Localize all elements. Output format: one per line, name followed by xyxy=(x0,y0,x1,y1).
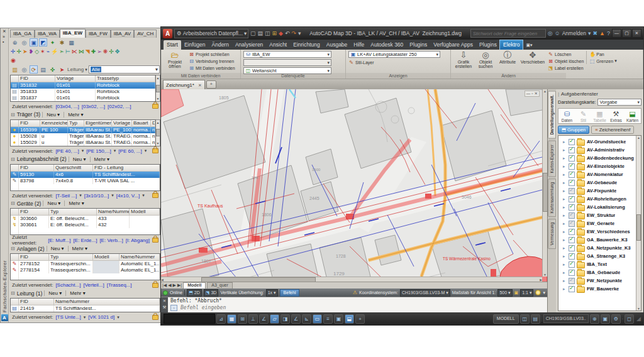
neu-button[interactable]: Neu ▾ xyxy=(71,157,88,162)
cleanscreen-icon[interactable]: ◻ xyxy=(625,314,634,324)
save-icon[interactable]: ◫ xyxy=(265,30,270,36)
tool-icon[interactable]: ⋈ xyxy=(79,48,84,55)
close-icon[interactable]: ✕ xyxy=(3,29,6,34)
polar-icon[interactable]: ∠ xyxy=(259,314,269,324)
restore-icon[interactable]: ▫ xyxy=(531,91,533,96)
properties-icon[interactable]: ▪ xyxy=(3,40,6,44)
group-label[interactable]: Ändern xyxy=(451,73,566,79)
ratio-combo[interactable]: 1:1▾ xyxy=(520,289,533,297)
recent-link[interactable]: [T-Seil ...] xyxy=(55,193,77,199)
ribbon-tab[interactable]: Plugins xyxy=(406,40,430,50)
help-search-input[interactable] xyxy=(470,29,546,38)
lightbulb-icon[interactable] xyxy=(535,290,541,295)
recent-link[interactable]: [02x02, ...] xyxy=(108,104,131,109)
app-menu-button[interactable]: A xyxy=(163,29,172,38)
group-label[interactable]: Anzeigen xyxy=(346,73,450,79)
stil-layer-button[interactable]: ✎Stil-Layer xyxy=(348,59,448,65)
checkbox[interactable] xyxy=(569,221,575,227)
mit-daten-verbinden-button[interactable]: ⊞Mit Daten verbinden xyxy=(189,65,235,71)
tool-icon[interactable]: ➢ xyxy=(97,48,102,55)
verbindung-trennen-button[interactable]: ⊟Verbindung trennen xyxy=(189,58,235,64)
checkbox[interactable] xyxy=(569,188,575,194)
drawing-tab[interactable]: Zeichnung1*✕ xyxy=(163,80,205,89)
view-icon[interactable]: ✦ xyxy=(48,38,57,47)
help-icon[interactable]: ? xyxy=(607,30,610,36)
col-header[interactable]: Vorlage xyxy=(112,120,132,126)
undo-icon[interactable]: ↶ xyxy=(285,30,290,36)
befehl-button[interactable]: Befehl xyxy=(280,289,300,297)
tree-item[interactable]: ▸AV-Nomenklatur xyxy=(558,170,636,178)
ribbon-tab[interactable]: Einrichtung xyxy=(290,40,323,50)
table-scrollbar[interactable]: ▲▼ xyxy=(156,119,160,146)
qp-icon[interactable]: ⬓ xyxy=(345,314,354,324)
exchange-icon[interactable]: ✖ xyxy=(593,30,598,36)
layout-icon[interactable]: ◫ xyxy=(520,314,530,324)
ortho-icon[interactable]: ⊥ xyxy=(248,314,258,324)
tree-item[interactable]: ▸GA_Bauwerke_K3 xyxy=(558,236,636,244)
tool-icon[interactable]: ✛ xyxy=(11,48,16,55)
grid-icon[interactable]: ⊞ xyxy=(238,314,247,324)
close-icon[interactable]: ✕ xyxy=(535,91,538,96)
ribbon-tab-elektro[interactable]: Elektro xyxy=(500,40,523,50)
table-row[interactable]: ✎ 2778154 Trassequerschn... Automatic EL… xyxy=(11,267,160,273)
table-icon[interactable]: ▤ xyxy=(39,65,47,74)
col-header[interactable]: FID xyxy=(19,75,55,82)
tree-item[interactable]: ▸FW_Bauwerke xyxy=(558,285,636,293)
tpy-icon[interactable]: ▣ xyxy=(334,314,343,324)
collapse-icon[interactable]: ⊟ xyxy=(11,200,15,206)
lock-icon[interactable]: ▣ xyxy=(601,314,610,324)
table-row[interactable]: ● 165399 PE 100 Träger IBAarau St... PE_… xyxy=(11,127,155,133)
col-header[interactable]: Typ xyxy=(68,120,84,126)
tree-item[interactable]: ▸AV-Rohrleitungen xyxy=(558,195,636,203)
collapse-icon[interactable]: ⊟ xyxy=(11,246,15,251)
tree-item[interactable]: ▸AV-Einzelobjekte xyxy=(558,162,636,170)
first-layout-icon[interactable]: |◀ xyxy=(162,283,167,288)
tool-icon[interactable]: ⌁ xyxy=(47,48,50,55)
tool-icon[interactable]: ➣ xyxy=(59,48,64,55)
zoom-icon[interactable]: ⊕ xyxy=(590,314,599,324)
mehr-button[interactable]: Mehr ▾ xyxy=(66,112,85,118)
neu-button[interactable]: Neu ▾ xyxy=(45,200,62,206)
map-canvas[interactable]: 1805 374 1806 1900 2445 5046 1807 1728 1… xyxy=(161,89,547,282)
lwt-icon[interactable]: ≡ xyxy=(323,314,333,324)
command-input[interactable] xyxy=(179,304,545,311)
collapse-icon[interactable]: ⊟ xyxy=(11,290,15,296)
tree-item[interactable]: ▸AV-Lokalisierung xyxy=(558,203,636,211)
prev-layout-icon[interactable]: ◀ xyxy=(168,283,171,288)
tab-gruppen[interactable]: ⬒Gruppen xyxy=(558,126,589,134)
checkbox[interactable] xyxy=(569,261,575,268)
objekt-loeschen-button[interactable]: ⊠Objekt löschen xyxy=(548,58,584,64)
ribbon-tab[interactable]: Plugins xyxy=(476,40,500,50)
tree-item[interactable]: ▸GA_Netzpunkte_K3 xyxy=(558,244,636,252)
ribbon-tab[interactable]: Analysieren xyxy=(232,40,266,50)
col-header[interactable]: Querschnitt xyxy=(54,165,93,171)
3dosnap-icon[interactable]: ◨ xyxy=(280,314,290,324)
table-scrollbar[interactable]: ▲▼ xyxy=(156,75,160,102)
filter-icon[interactable]: ▥ xyxy=(11,65,19,74)
checkbox[interactable] xyxy=(569,155,575,162)
table-row[interactable]: ✎ 2778152 Trassequerschn... Automatic EL… xyxy=(11,261,160,267)
side-tab-kartensammlung[interactable]: Kartensammlung xyxy=(548,178,556,217)
sc-icon[interactable]: + xyxy=(355,314,365,324)
ribbon-tab[interactable]: Autodesk 360 xyxy=(367,40,406,50)
checkbox[interactable] xyxy=(569,196,575,202)
tree-item[interactable]: ▸AV-Grundstuecke xyxy=(558,138,636,146)
tree-item[interactable]: ▸AV-Gebaeude xyxy=(558,178,636,187)
checkbox[interactable] xyxy=(569,286,575,292)
col-header[interactable]: Name/Nummer xyxy=(54,299,160,305)
side-tab-karten-explorer[interactable]: Karten-Explorer xyxy=(548,141,556,177)
kataster-combo[interactable]: ▣LK+AV Leitungskataster 250▾ xyxy=(348,51,440,58)
col-header[interactable]: FID xyxy=(19,254,49,260)
tool-icon[interactable]: ✢ xyxy=(109,48,114,55)
col-header[interactable]: Bauart xyxy=(132,120,151,126)
tree-item[interactable]: ▸AV-Fixpunkte xyxy=(558,187,636,195)
table-row[interactable]: ▤ 351833 01x01 Rohrblock xyxy=(11,89,155,95)
new-drawing-button[interactable]: + xyxy=(206,80,216,89)
table-row[interactable]: ✎ 59130 4x6 TS Schiffländest... xyxy=(11,172,160,178)
tree-item[interactable]: ▸IBA_Text xyxy=(558,260,636,268)
tree-item[interactable]: ▸EW_Struktur xyxy=(558,211,636,219)
projekt-oeffnen-button[interactable]: 🗁 Projekt öffnen xyxy=(164,51,186,69)
recent-link[interactable]: [Verteil...] xyxy=(83,282,104,288)
collapse-icon[interactable]: ⊟ xyxy=(11,157,15,162)
stil-button[interactable]: ✎Stil xyxy=(577,110,590,123)
